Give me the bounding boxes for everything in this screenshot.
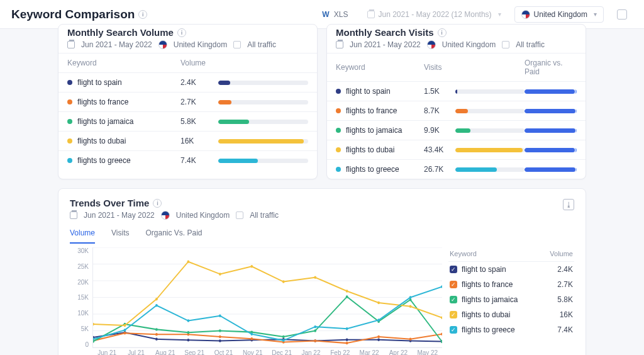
chart-point	[346, 327, 348, 330]
xls-icon: W	[321, 10, 330, 19]
panel-date-range: Jun 2021 - May 2022	[84, 211, 155, 220]
info-icon[interactable]: i	[138, 10, 147, 19]
chart-point	[93, 323, 94, 325]
export-xls-button[interactable]: W XLS	[316, 7, 354, 22]
table-row[interactable]: flights to jamaica5.8K	[58, 111, 317, 131]
chart-point	[282, 335, 285, 338]
visits-value: 9.9K	[424, 126, 455, 135]
table-row[interactable]: flights to greece7.4K	[58, 150, 317, 170]
table-row[interactable]: flights to france8.7K	[327, 101, 586, 120]
info-icon[interactable]: i	[153, 199, 162, 208]
table-row[interactable]: flights to france2.7K	[58, 92, 317, 111]
keyword-cell: flight to spain	[336, 87, 424, 96]
table-header: Keyword Volume	[58, 53, 317, 72]
traffic-icon	[233, 41, 241, 48]
legend-row[interactable]: ✓flights to greece7.4K	[448, 322, 574, 337]
panel-country: United Kingdom	[442, 40, 496, 49]
chart-point	[250, 337, 253, 340]
keyword-text: flights to france	[346, 106, 397, 115]
legend-checkbox[interactable]: ✓	[450, 296, 457, 303]
panel-subheader: Jun 2021 - May 2022 United Kingdom All t…	[336, 40, 577, 49]
settings-button[interactable]	[611, 6, 633, 23]
keyword-cell: flights to france	[336, 106, 424, 115]
chart-point	[346, 295, 348, 298]
table-row[interactable]: flights to greece26.7K	[327, 159, 586, 179]
tab-volume[interactable]: Volume	[70, 228, 95, 244]
legend-checkbox[interactable]: ✓	[450, 281, 457, 288]
date-range-button[interactable]: Jun 2021 - May 2022 (12 Months) ▾	[362, 7, 507, 22]
panel-country: United Kingdom	[174, 40, 227, 49]
calendar-icon	[70, 211, 77, 219]
table-row[interactable]: flight to spain1.5K	[327, 81, 586, 101]
export-xls-label: XLS	[334, 10, 348, 19]
series-dot	[336, 167, 341, 172]
visits-value: 8.7K	[424, 106, 455, 115]
y-tick: 5K	[70, 325, 89, 332]
volume-bar	[218, 100, 308, 104]
keyword-cell: flights to france	[67, 98, 180, 106]
legend-row[interactable]: ✓flights to dubai16K	[448, 307, 574, 322]
tab-organic-vs-paid[interactable]: Organic Vs. Paid	[145, 228, 202, 244]
organic-vs-paid-bar	[525, 89, 577, 94]
monthly-search-visits-panel: Monthly Search Visits i Jun 2021 - May 2…	[326, 24, 586, 179]
panel-title-text: Monthly Search Visits	[336, 27, 434, 38]
chart-point	[346, 290, 348, 292]
series-dot	[67, 119, 72, 124]
chart-point	[409, 338, 412, 341]
legend-row[interactable]: ✓flights to jamaica5.8K	[448, 292, 574, 307]
legend-checkbox[interactable]: ✓	[450, 266, 457, 273]
trends-over-time-panel: Trends Over Time i Jun 2021 - May 2022 U…	[58, 188, 586, 355]
legend-row[interactable]: ✓flights to france2.7K	[448, 277, 574, 292]
volume-value: 16K	[180, 137, 218, 145]
chart-point	[155, 298, 158, 300]
calendar-icon	[67, 41, 75, 48]
legend-label: flights to greece	[462, 325, 515, 334]
panel-traffic: All traffic	[247, 40, 276, 49]
panel-title: Trends Over Time i	[70, 198, 574, 208]
x-tick: May 22	[413, 349, 442, 355]
chart-series-line	[93, 262, 442, 325]
info-icon[interactable]: i	[177, 28, 186, 37]
table-row[interactable]: flights to jamaica9.9K	[327, 120, 586, 140]
x-tick: Feb 22	[326, 349, 355, 355]
table-row[interactable]: flights to dubai16K	[58, 131, 317, 150]
keyword-text: flights to france	[77, 98, 128, 106]
x-axis: Jun 21Jul 21Aug 21Sep 21Oct 21Nov 21Dec …	[92, 349, 442, 355]
legend-checkbox[interactable]: ✓	[450, 311, 457, 318]
chevron-down-icon: ▾	[594, 11, 597, 18]
legend-checkbox[interactable]: ✓	[450, 326, 457, 334]
chart-point	[124, 332, 126, 334]
keyword-cell: flights to greece	[336, 165, 424, 174]
col-volume: Volume	[180, 59, 218, 67]
tab-visits[interactable]: Visits	[111, 228, 129, 244]
panel-header: Trends Over Time i Jun 2021 - May 2022 U…	[70, 198, 574, 220]
volume-bar	[218, 81, 308, 85]
chart-point	[282, 280, 285, 283]
page-title: Keyword Comparison i	[11, 8, 147, 21]
info-icon[interactable]: i	[438, 28, 447, 37]
table-row[interactable]: flight to spain2.4K	[58, 72, 317, 92]
chart-area: 30K25K20K15K10K5K0 Jun 21Jul 21Aug 21Sep…	[70, 247, 574, 355]
chart-point	[187, 319, 190, 322]
series-dot	[336, 128, 341, 133]
legend-row[interactable]: ✓flight to spain2.4K	[448, 262, 574, 277]
traffic-icon	[502, 41, 509, 48]
chart-point	[187, 339, 190, 341]
chart-point	[187, 261, 190, 263]
visits-value: 43.4K	[424, 145, 455, 154]
chart-point	[250, 265, 253, 268]
panel-date-range: Jun 2021 - May 2022	[81, 40, 152, 49]
visits-value: 1.5K	[424, 87, 455, 96]
visits-value: 26.7K	[424, 165, 455, 174]
download-button[interactable]: ⭳	[563, 199, 574, 210]
chart-point	[409, 305, 412, 308]
chart-point	[219, 329, 221, 332]
chart-point	[250, 333, 253, 335]
country-selector[interactable]: United Kingdom ▾	[514, 6, 604, 23]
table-row[interactable]: flights to dubai43.4K	[327, 140, 586, 159]
series-dot	[336, 89, 341, 94]
keyword-cell: flights to dubai	[336, 145, 424, 154]
volume-value: 2.7K	[180, 98, 218, 106]
chart-point	[155, 304, 158, 307]
keyword-cell: flights to jamaica	[336, 126, 424, 135]
